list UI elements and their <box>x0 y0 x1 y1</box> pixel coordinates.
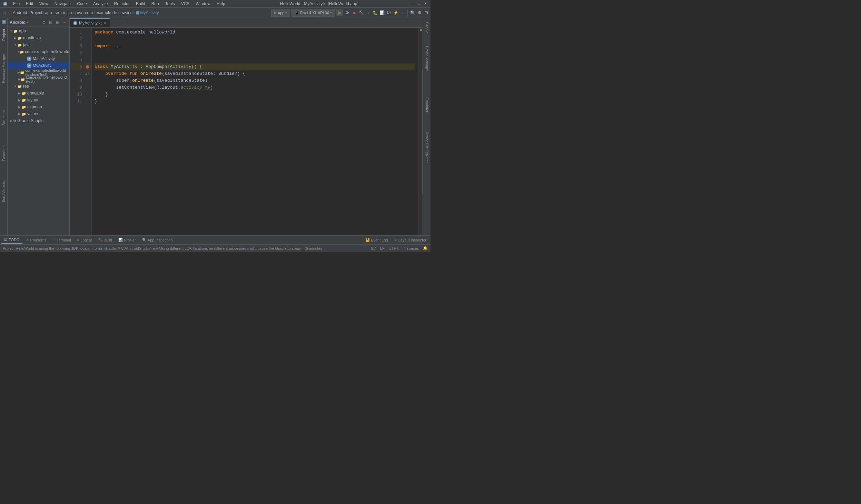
arrow-gradle: ▶ <box>9 119 13 123</box>
scrollbar-thumb[interactable] <box>422 69 423 194</box>
minimize-button[interactable]: — <box>410 1 415 6</box>
stop-icon[interactable]: ■ <box>352 10 357 16</box>
line-ending[interactable]: LF <box>380 246 385 250</box>
bottom-tab-layout-inspector[interactable]: ⊞ Layout Inspector <box>392 236 429 244</box>
back-icon[interactable]: ◁ <box>3 10 6 15</box>
android-dropdown-icon[interactable]: ▾ <box>27 20 29 24</box>
settings-icon[interactable]: ⚙ <box>417 10 422 16</box>
right-tab-emulator[interactable]: Emulator <box>424 95 430 115</box>
breadcrumb-com[interactable]: com <box>85 10 93 15</box>
arrow-app: ▾ <box>9 29 13 33</box>
breadcrumb-android-project[interactable]: Android_Project <box>13 10 42 15</box>
bottom-tab-todo[interactable]: ☑ TODO <box>1 236 22 244</box>
panel-gear-icon[interactable]: ⚙ <box>41 20 47 25</box>
menu-code[interactable]: Code <box>74 1 90 7</box>
layout-icon[interactable]: ⊡ <box>424 10 429 16</box>
coverage-icon[interactable]: ☑ <box>386 10 392 16</box>
tab-close-icon[interactable]: ✕ <box>103 21 106 25</box>
breadcrumb-app[interactable]: app <box>45 10 52 15</box>
bottom-tab-logcat[interactable]: ≡ Logcat <box>75 236 95 244</box>
left-tab-project[interactable]: Project <box>1 26 7 43</box>
tree-item-app[interactable]: ▾ 📁 app <box>8 28 69 34</box>
breadcrumb-java[interactable]: java <box>75 10 82 15</box>
tree-item-test[interactable]: ▶ 📁 com.example.helloworld (test) <box>8 76 69 83</box>
right-tab-device-file[interactable]: Device File Explorer <box>424 129 430 165</box>
panel-collapse-icon[interactable]: ⊞ <box>55 20 60 25</box>
menu-items: File Edit View Navigate Code Analyze Ref… <box>10 1 228 7</box>
rerun-icon[interactable]: ⟳ <box>345 10 350 16</box>
encoding[interactable]: UTF-8 <box>389 246 399 250</box>
bottom-tab-terminal[interactable]: ⊡ Terminal <box>50 236 74 244</box>
forward-icon[interactable]: ▷ <box>7 10 10 15</box>
project-icon[interactable]: P <box>1 19 6 24</box>
menu-vcs[interactable]: VCS <box>178 1 192 7</box>
tree-item-myactivity[interactable]: ▶ K MyActivity <box>8 62 69 69</box>
left-tab-structure[interactable]: Structure <box>1 107 7 128</box>
breadcrumb-helloworld[interactable]: helloworld <box>114 10 132 15</box>
left-tab-resource-manager[interactable]: Resource Manager <box>1 51 7 86</box>
menu-run[interactable]: Run <box>149 1 162 7</box>
notifications-icon[interactable]: 🔔 <box>423 246 428 250</box>
indent-setting[interactable]: 4 spaces <box>404 246 419 250</box>
search-icon[interactable]: 🔍 <box>410 10 415 16</box>
run-config-button[interactable]: ▶ app ▾ <box>271 9 290 17</box>
breadcrumb-src[interactable]: src <box>55 10 60 15</box>
tree-item-androidtest[interactable]: ▶ 📁 com.example.helloworld (androidTest) <box>8 69 69 76</box>
bottom-tab-profiler[interactable]: 📊 Profiler <box>116 236 139 244</box>
tree-item-layout[interactable]: ▶ 📁 layout <box>8 97 69 103</box>
bottom-tab-problems[interactable]: ⚠ Problems <box>23 236 49 244</box>
panel-close-icon[interactable]: − <box>62 20 67 25</box>
bottom-tab-app-inspection[interactable]: 🔍 App Inspection <box>139 236 176 244</box>
folder-app-icon: 📁 <box>13 29 18 33</box>
main-layout: P Project Resource Manager Structure Fav… <box>0 18 430 235</box>
code-line-9: setContentView(R.layout.activity_my) <box>95 84 415 91</box>
tree-item-manifests[interactable]: ▶ 📁 manifests <box>8 34 69 41</box>
tree-item-gradle[interactable]: ▶ ⚙ Gradle Scripts <box>8 117 69 124</box>
menu-refactor[interactable]: Refactor <box>111 1 132 7</box>
code-line-2 <box>95 36 415 43</box>
menu-navigate[interactable]: Navigate <box>52 1 73 7</box>
device-selector-button[interactable]: 📱 Pixel 4 XL API 30 ▾ <box>291 9 335 17</box>
editor-tab-myactivity[interactable]: K MyActivity.kt ✕ <box>70 18 110 27</box>
attach-icon[interactable]: 🐛 <box>372 10 378 16</box>
right-tab-device-manager[interactable]: Device Manager <box>424 43 430 74</box>
power-icon[interactable]: ⚡ <box>393 10 398 16</box>
folder-test-icon: 📁 <box>21 77 25 82</box>
menu-view[interactable]: View <box>37 1 51 7</box>
profiler-icon[interactable]: 📊 <box>379 10 385 16</box>
tree-item-mipmap[interactable]: ▶ 📁 mipmap <box>8 103 69 110</box>
tree-item-com-helloworld[interactable]: ▾ 📁 com.example.helloworld <box>8 48 69 55</box>
panel-sort-icon[interactable]: ⊟ <box>48 20 53 25</box>
right-tab-gradle[interactable]: Gradle <box>424 19 430 36</box>
menu-build[interactable]: Build <box>133 1 148 7</box>
tree-item-values[interactable]: ▶ 📁 values <box>8 110 69 117</box>
breadcrumb-main[interactable]: main <box>63 10 72 15</box>
sync-icon[interactable]: ↕ <box>365 10 371 16</box>
close-button[interactable]: ✕ <box>423 1 428 6</box>
breadcrumb-myactivity[interactable]: MyActivity <box>140 10 159 15</box>
run-button[interactable]: ▶ <box>336 9 343 16</box>
breadcrumb-example[interactable]: example <box>96 10 111 15</box>
cursor-position[interactable]: 6:7 <box>371 246 376 250</box>
tree-item-drawable[interactable]: ▶ 📁 drawable <box>8 90 69 97</box>
bottom-tab-build[interactable]: 🔨 Build <box>96 236 115 244</box>
tab-kt-icon: K <box>73 21 77 25</box>
code-editor[interactable]: package com.example.helloworld import ..… <box>92 28 418 235</box>
menu-help[interactable]: Help <box>214 1 228 7</box>
tree-item-java[interactable]: ▾ 📁 java <box>8 41 69 48</box>
menu-window[interactable]: Window <box>193 1 213 7</box>
editor-content[interactable]: 1 2 3 4 5 6 7 8 9 10 11 <box>70 28 423 235</box>
build-icon[interactable]: 🔨 <box>358 10 364 16</box>
bottom-tab-event-log[interactable]: 3 Event Log <box>363 236 391 244</box>
menu-file[interactable]: File <box>10 1 22 7</box>
left-tab-build-variants[interactable]: Build Variants <box>1 178 7 205</box>
menu-edit[interactable]: Edit <box>23 1 36 7</box>
tree-item-mainactivity[interactable]: ▶ K MainActivity <box>8 55 69 62</box>
menu-analyze[interactable]: Analyze <box>90 1 111 7</box>
maximize-button[interactable]: □ <box>417 1 422 6</box>
left-tab-favorites[interactable]: Favorites <box>1 143 7 164</box>
tree-label-gradle: Gradle Scripts <box>17 118 43 123</box>
tree-item-res[interactable]: ▾ 📁 res <box>8 83 69 90</box>
menu-tools[interactable]: Tools <box>162 1 178 7</box>
more-icon[interactable]: … <box>400 10 405 16</box>
